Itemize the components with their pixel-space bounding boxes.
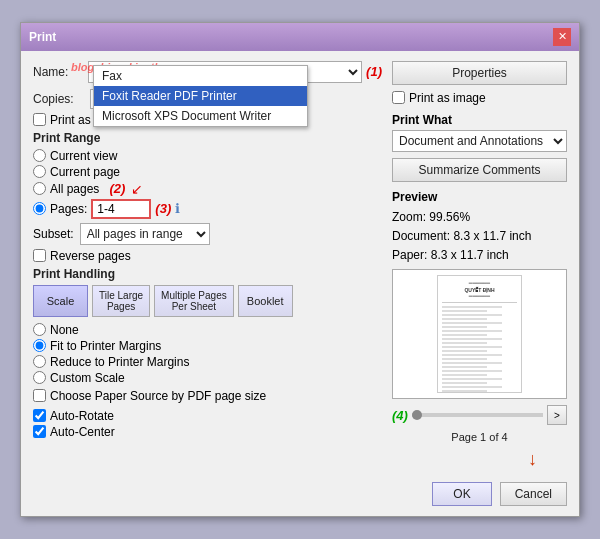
printer-dropdown[interactable]: Fax Foxit Reader PDF Printer Microsoft X… [93, 65, 308, 127]
radio-current-page-label: Current page [50, 165, 120, 179]
radio-current-page: Current page [33, 165, 382, 179]
dialog-body: Name: Fax Foxit Reader PDF Printer Micro… [21, 51, 579, 483]
reverse-pages-row: Reverse pages [33, 249, 382, 263]
right-panel: Properties Print as image Print What Doc… [392, 61, 567, 473]
left-panel: Name: Fax Foxit Reader PDF Printer Micro… [33, 61, 382, 473]
title-bar: Print ✕ [21, 23, 579, 51]
preview-doc-header: ══════QUYẾT ĐỊNH══════ [442, 280, 517, 303]
choose-paper-checkbox[interactable] [33, 389, 46, 402]
zoom-label: Zoom: [392, 210, 426, 224]
properties-button[interactable]: Properties [392, 61, 567, 85]
radio-reduce-input[interactable] [33, 355, 46, 368]
booklet-button[interactable]: Booklet [238, 285, 293, 317]
dropdown-item-xps[interactable]: Microsoft XPS Document Writer [94, 106, 307, 126]
dropdown-item-foxit[interactable]: Foxit Reader PDF Printer [94, 86, 307, 106]
subset-row: Subset: All pages in range [33, 223, 382, 245]
arrow-hint-2: ↙ [131, 181, 143, 197]
radio-fit-to-printer: Fit to Printer Margins [33, 339, 382, 353]
document-row: Document: 8.3 x 11.7 inch [392, 227, 567, 246]
print-range-label: Print Range [33, 131, 382, 145]
ok-button[interactable]: OK [432, 482, 491, 506]
page-slider[interactable] [412, 413, 543, 417]
info-icon[interactable]: ℹ [175, 201, 180, 216]
copies-label: Copies: [33, 92, 88, 106]
radio-all-pages-input[interactable] [33, 182, 46, 195]
paper-label: Paper: [392, 248, 427, 262]
preview-label: Preview [392, 190, 567, 204]
auto-rotate-label: Auto-Rotate [50, 409, 114, 423]
cancel-button[interactable]: Cancel [500, 482, 567, 506]
print-what-select[interactable]: Document and Annotations Document Annota… [392, 130, 567, 152]
radio-custom-scale-label: Custom Scale [50, 371, 125, 385]
page-info: Page 1 of 4 [392, 431, 567, 443]
annotation-4: (4) [392, 408, 408, 423]
print-what-label: Print What [392, 113, 567, 127]
auto-center-row: Auto-Center [33, 425, 382, 439]
auto-center-checkbox[interactable] [33, 425, 46, 438]
pages-label: Pages: [50, 202, 87, 216]
zoom-value: 99.56% [429, 210, 470, 224]
preview-lines [442, 306, 517, 394]
print-handling-label: Print Handling [33, 267, 382, 281]
document-label: Document: [392, 229, 450, 243]
radio-fit-to-printer-input[interactable] [33, 339, 46, 352]
subset-label: Subset: [33, 227, 74, 241]
dialog-footer: OK Cancel [21, 482, 579, 516]
annotation-1: (1) [366, 64, 382, 79]
zoom-row: Zoom: 99.56% [392, 208, 567, 227]
close-button[interactable]: ✕ [553, 28, 571, 46]
print-image-row: Print as image [392, 91, 567, 105]
print-handling: Print Handling Scale Tile LargePages Mul… [33, 267, 382, 317]
pages-row: Pages: (3) ℹ [33, 199, 382, 219]
radio-current-view-input[interactable] [33, 149, 46, 162]
reverse-pages-label: Reverse pages [50, 249, 131, 263]
tile-large-pages-button[interactable]: Tile LargePages [92, 285, 150, 317]
name-label: Name: [33, 65, 88, 79]
paper-row: Paper: 8.3 x 11.7 inch [392, 246, 567, 265]
auto-center-label: Auto-Center [50, 425, 115, 439]
radio-none-label: None [50, 323, 79, 337]
handling-buttons: Scale Tile LargePages Multiple PagesPer … [33, 285, 382, 317]
auto-rotate-checkbox[interactable] [33, 409, 46, 422]
page-nav: (4) > [392, 405, 567, 425]
document-value: 8.3 x 11.7 inch [453, 229, 531, 243]
radio-custom-scale-input[interactable] [33, 371, 46, 384]
choose-paper-row: Choose Paper Source by PDF page size [33, 389, 382, 403]
dialog-title: Print [29, 30, 56, 44]
preview-image: ══════QUYẾT ĐỊNH══════ TRƯỞNG PHÒNG [392, 269, 567, 399]
subset-select[interactable]: All pages in range [80, 223, 210, 245]
multiple-pages-per-sheet-button[interactable]: Multiple PagesPer Sheet [154, 285, 234, 317]
auto-options: Auto-Rotate Auto-Center [33, 409, 382, 439]
print-dialog: Print ✕ blogchiasekienthuc.com Name: Fax… [20, 22, 580, 518]
page-next-button[interactable]: > [547, 405, 567, 425]
radio-current-page-input[interactable] [33, 165, 46, 178]
summarize-button[interactable]: Summarize Comments [392, 158, 567, 182]
radio-reduce: Reduce to Printer Margins [33, 355, 382, 369]
arrow-to-ok: ↓ [392, 449, 537, 470]
reverse-pages-checkbox[interactable] [33, 249, 46, 262]
radio-all-pages: All pages (2) ↙ [33, 181, 382, 197]
print-image-checkbox[interactable] [392, 91, 405, 104]
annotation-3: (3) [155, 201, 171, 216]
radio-none-input[interactable] [33, 323, 46, 336]
radio-current-view: Current view [33, 149, 382, 163]
auto-rotate-row: Auto-Rotate [33, 409, 382, 423]
radio-all-pages-label: All pages [50, 182, 99, 196]
paper-value: 8.3 x 11.7 inch [431, 248, 509, 262]
radio-fit-to-printer-label: Fit to Printer Margins [50, 339, 161, 353]
pages-input[interactable] [91, 199, 151, 219]
radio-pages-input[interactable] [33, 202, 46, 215]
print-image-label: Print as image [409, 91, 486, 105]
grayscale-checkbox[interactable] [33, 113, 46, 126]
fit-options: None Fit to Printer Margins Reduce to Pr… [33, 323, 382, 385]
radio-current-view-label: Current view [50, 149, 117, 163]
radio-custom-scale: Custom Scale [33, 371, 382, 385]
choose-paper-label: Choose Paper Source by PDF page size [50, 389, 266, 403]
preview-info: Zoom: 99.56% Document: 8.3 x 11.7 inch P… [392, 208, 567, 266]
radio-none: None [33, 323, 382, 337]
scale-button[interactable]: Scale [33, 285, 88, 317]
annotation-2: (2) [109, 181, 125, 196]
radio-reduce-label: Reduce to Printer Margins [50, 355, 189, 369]
preview-document: ══════QUYẾT ĐỊNH══════ TRƯỞNG PHÒNG [437, 275, 522, 393]
dropdown-item-fax[interactable]: Fax [94, 66, 307, 86]
